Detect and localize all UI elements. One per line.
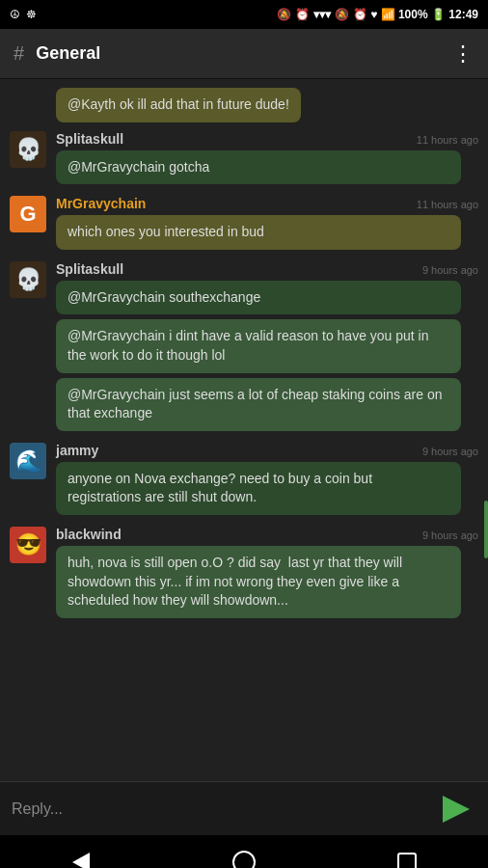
bubble-jammy: anyone on Nova exchange? need to buy a c… — [56, 462, 461, 515]
status-icons-left: ☮ ☸ — [10, 8, 37, 21]
message-kayth-continuation: @Kayth ok ill add that in future dude! — [0, 85, 488, 125]
bubble-block-jammy: anyone on Nova exchange? need to buy a c… — [56, 462, 478, 515]
jammy-avatar-icon: 🌊 — [15, 448, 41, 474]
icon-android: ☮ — [10, 8, 20, 21]
icon-bug: ☸ — [26, 8, 37, 21]
status-icons-right: 🔕 ⏰ ▾▾▾ 🔕 ⏰ ♥ 📶 100% 🔋 12:49 — [277, 8, 478, 21]
send-icon — [443, 796, 470, 823]
skull-avatar-icon-2: 💀 — [15, 267, 41, 292]
message-group-jammy: 🌊 jammy 9 hours ago anyone on Nova excha… — [0, 437, 488, 521]
bubble-splitaskull-1: @MrGravychain gotcha — [56, 150, 461, 185]
timestamp-mrgravychain: 11 hours ago — [417, 199, 478, 210]
avatar-jammy: 🌊 — [10, 443, 46, 479]
home-icon — [232, 851, 256, 868]
send-button[interactable] — [436, 789, 476, 829]
recents-button[interactable] — [386, 841, 428, 868]
bubble-block-mrgravychain: which ones you interested in bud — [56, 215, 478, 250]
message-group-blackwind: 😎 blackwind 9 hours ago huh, nova is sti… — [0, 521, 488, 624]
message-content-splitaskull-2: Splitaskull 9 hours ago @MrGravychain so… — [56, 261, 478, 431]
message-content-jammy: jammy 9 hours ago anyone on Nova exchang… — [56, 443, 478, 515]
header-menu-button[interactable]: ⋮ — [452, 41, 474, 67]
avatar-mrgravychain: G — [10, 196, 46, 232]
bubble-block-splitaskull-2: @MrGravychain southexchange @MrGravychai… — [56, 281, 478, 431]
message-group-splitaskull-1: 💀 Splitaskull 11 hours ago @MrGravychain… — [0, 125, 488, 191]
mute-icon: 🔕 — [277, 8, 291, 21]
username-blackwind: blackwind — [56, 527, 122, 542]
status-bar: ☮ ☸ 🔕 ⏰ ▾▾▾ 🔕 ⏰ ♥ 📶 100% 🔋 12:49 — [0, 0, 488, 29]
back-icon — [72, 853, 90, 868]
navigation-bar — [0, 835, 488, 868]
message-group-splitaskull-2: 💀 Splitaskull 9 hours ago @MrGravychain … — [0, 256, 488, 437]
avatar-blackwind: 😎 — [10, 527, 46, 563]
home-button[interactable] — [223, 841, 265, 868]
scroll-indicator — [484, 501, 488, 558]
message-header-mrgravychain: MrGravychain 11 hours ago — [56, 196, 478, 211]
bubble-splitaskull-2c: @MrGravychain just seems a lot of cheap … — [56, 378, 461, 431]
avatar-splitaskull-2: 💀 — [10, 261, 46, 298]
reply-bar: Reply... — [0, 781, 488, 835]
message-header-blackwind: blackwind 9 hours ago — [56, 527, 478, 542]
message-group-mrgravychain: G MrGravychain 11 hours ago which ones y… — [0, 190, 488, 256]
bubble-blackwind: huh, nova is still open o.O ? did say la… — [56, 546, 461, 618]
signal-icon: ▾▾▾ — [313, 8, 331, 21]
bubble-splitaskull-2a: @MrGravychain southexchange — [56, 281, 461, 315]
timestamp-blackwind: 9 hours ago — [422, 529, 478, 541]
bubble-kayth: @Kayth ok ill add that in future dude! — [56, 88, 301, 122]
username-splitaskull-2: Splitaskull — [56, 261, 123, 277]
gravychain-avatar-letter: G — [19, 202, 36, 227]
bubble-block-blackwind: huh, nova is still open o.O ? did say la… — [56, 546, 478, 618]
alarm-icon: ⏰ — [295, 8, 310, 21]
back-button[interactable] — [60, 841, 102, 868]
reply-input[interactable]: Reply... — [12, 800, 426, 818]
avatar-splitaskull: 💀 — [10, 131, 46, 168]
recents-icon — [397, 853, 417, 868]
message-header-splitaskull-1: Splitaskull 11 hours ago — [56, 131, 478, 147]
timestamp-splitaskull-1: 11 hours ago — [417, 134, 478, 146]
bubble-block-splitaskull-1: @MrGravychain gotcha — [56, 150, 478, 185]
channel-hash-icon: # — [14, 42, 24, 65]
chat-area: @Kayth ok ill add that in future dude! 💀… — [0, 79, 488, 781]
message-content-mrgravychain: MrGravychain 11 hours ago which ones you… — [56, 196, 478, 250]
battery-text: 🔕 ⏰ ♥ 📶 100% 🔋 12:49 — [335, 8, 478, 21]
bubble-splitaskull-2b: @MrGravychain i dint have a valid reason… — [56, 319, 461, 372]
username-jammy: jammy — [56, 443, 98, 458]
message-content-splitaskull-1: Splitaskull 11 hours ago @MrGravychain g… — [56, 131, 478, 185]
username-splitaskull: Splitaskull — [56, 131, 123, 147]
timestamp-jammy: 9 hours ago — [422, 446, 478, 457]
channel-title: General — [36, 43, 452, 64]
skull-avatar-icon: 💀 — [15, 137, 41, 162]
message-content-blackwind: blackwind 9 hours ago huh, nova is still… — [56, 527, 478, 618]
bubble-mrgravychain: which ones you interested in bud — [56, 215, 461, 250]
username-mrgravychain: MrGravychain — [56, 196, 146, 211]
channel-header: # General ⋮ — [0, 29, 488, 79]
message-header-jammy: jammy 9 hours ago — [56, 443, 478, 458]
timestamp-splitaskull-2: 9 hours ago — [422, 264, 478, 276]
blackwind-avatar-icon: 😎 — [15, 532, 41, 557]
message-header-splitaskull-2: Splitaskull 9 hours ago — [56, 261, 478, 277]
